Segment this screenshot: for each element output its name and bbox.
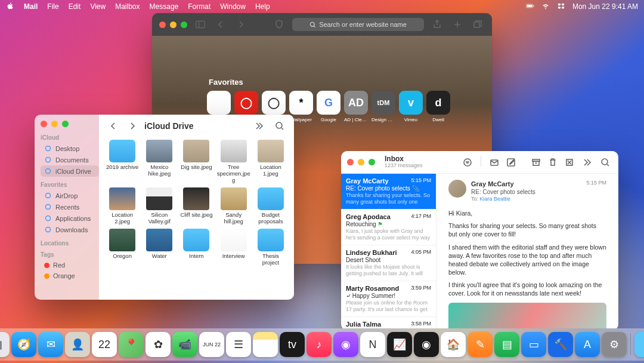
back-icon[interactable] — [213, 18, 228, 31]
reader-greeting: Hi Kiara, — [448, 209, 606, 217]
forward-icon[interactable] — [125, 119, 140, 133]
finder-window: iCloudDesktopDocumentsiCloud DriveFavori… — [35, 115, 294, 300]
wifi-icon[interactable] — [541, 2, 550, 12]
dock-reminders[interactable]: ☰ — [226, 332, 251, 357]
file-item[interactable]: Intern — [179, 229, 213, 266]
apple-icon[interactable] — [6, 2, 14, 12]
dock-voice-memos[interactable]: ◉ — [414, 332, 439, 357]
dock-downloads[interactable] — [634, 332, 644, 357]
menu-window[interactable]: Window — [220, 2, 246, 11]
dock-calendar[interactable]: 22 — [92, 332, 117, 357]
sidebar-item-applications[interactable]: Applications — [41, 213, 99, 224]
window-controls[interactable] — [347, 159, 375, 165]
dock-podcasts[interactable]: ◉ — [333, 332, 358, 357]
sidebar-item-desktop[interactable]: Desktop — [41, 143, 99, 154]
more-icon[interactable] — [253, 119, 268, 133]
dock-notes[interactable] — [253, 332, 278, 357]
menu-view[interactable]: View — [90, 2, 106, 11]
dock-music[interactable]: ♪ — [306, 332, 332, 357]
dock-contacts[interactable]: 👤 — [65, 332, 90, 357]
back-icon[interactable] — [106, 119, 120, 133]
search-icon[interactable] — [598, 156, 612, 169]
menu-format[interactable]: Format — [188, 2, 210, 11]
sidebar-item-orange[interactable]: Orange — [41, 270, 99, 281]
address-bar[interactable]: Search or enter website name — [292, 18, 424, 31]
file-item[interactable]: 2019 archive — [105, 140, 140, 184]
file-item[interactable]: Oregon — [105, 229, 140, 266]
file-item[interactable]: Location 2.jpeg — [105, 187, 140, 225]
more-icon[interactable] — [581, 156, 596, 169]
junk-icon[interactable] — [562, 156, 577, 169]
message-item[interactable]: Gray McCarty5:15 PMRE: Cover photo selec… — [341, 174, 436, 210]
dock-tv[interactable]: tv — [280, 332, 305, 357]
file-item[interactable]: Cliff site.jpeg — [179, 187, 213, 225]
dock-home[interactable]: 🏠 — [441, 332, 466, 357]
clock[interactable]: Mon Jun 22 9:41 AM — [572, 2, 638, 11]
new-tab-icon[interactable] — [450, 18, 465, 31]
message-item[interactable]: Lindsey Bukhari4:05 PMDesert ShootIt loo… — [341, 245, 436, 281]
dock-facetime[interactable]: 📹 — [172, 332, 197, 357]
battery-icon[interactable] — [526, 2, 534, 12]
sidebar-item-icloud-drive[interactable]: iCloud Drive — [41, 165, 99, 177]
archive-icon[interactable] — [529, 156, 543, 169]
dock-stocks[interactable]: 📈 — [387, 332, 412, 357]
mail-toolbar: Inbox 1237 messages — [341, 151, 618, 174]
sidebar-item-airdrop[interactable]: AirDrop — [41, 190, 99, 201]
sidebar-item-recents[interactable]: Recents — [41, 201, 99, 213]
file-item[interactable]: Budget proposals — [253, 187, 288, 225]
compose-icon[interactable] — [504, 156, 518, 169]
window-controls[interactable] — [41, 121, 99, 127]
message-item[interactable]: Greg Apodaca4:17 PMRetouching ⚑Kiara, I … — [341, 210, 436, 245]
sidebar-item-red[interactable]: Red — [41, 260, 99, 270]
sidebar-icon[interactable] — [193, 18, 208, 31]
dock-pages[interactable]: ✎ — [467, 332, 493, 357]
menu-message[interactable]: Message — [150, 2, 179, 11]
trash-icon[interactable] — [546, 156, 560, 169]
dock-numbers[interactable]: ▤ — [494, 332, 519, 357]
file-item[interactable]: Mexico hike.jpeg — [142, 140, 177, 184]
menu-edit[interactable]: Edit — [69, 2, 81, 11]
inbox-count: 1237 messages — [385, 163, 423, 169]
tabs-icon[interactable] — [470, 18, 485, 31]
forward-icon[interactable] — [234, 18, 248, 31]
dock-keynote[interactable]: ▭ — [521, 332, 546, 357]
file-item[interactable]: Location 1.jpeg — [253, 140, 288, 184]
favorite-google[interactable]: GGoogle — [317, 91, 340, 122]
dock-news[interactable]: N — [360, 332, 385, 357]
dock-system-preferences[interactable]: ⚙︎ — [602, 332, 627, 357]
dock-mail[interactable]: ✉︎ — [38, 332, 63, 357]
dock-maps[interactable]: 📍 — [119, 332, 144, 357]
sidebar-item-documents[interactable]: Documents — [41, 154, 99, 165]
dock-appstore[interactable]: A — [575, 332, 600, 357]
sidebar-item-downloads[interactable]: Downloads — [41, 224, 99, 235]
file-item[interactable]: Interview — [216, 229, 251, 266]
message-item[interactable]: Marty Rosamond3:59 PM⤶ Happy Summer!Plea… — [341, 281, 436, 317]
shield-icon[interactable] — [272, 18, 286, 31]
favorite-ad-clever[interactable]: ADAD | Clever — [344, 91, 368, 122]
menu-help[interactable]: Help — [255, 2, 270, 11]
favorite-design-museum[interactable]: tDMDesign Museum — [371, 91, 395, 122]
favorite-vimeo[interactable]: vVimeo — [399, 91, 423, 122]
file-item[interactable]: Dig site.jpeg — [179, 140, 213, 184]
dock-safari[interactable]: 🧭 — [11, 332, 36, 357]
menu-mailbox[interactable]: Mailbox — [115, 2, 140, 11]
app-name[interactable]: Mail — [24, 2, 38, 11]
file-item[interactable]: Silicon Valley.gif — [142, 187, 177, 225]
filter-icon[interactable] — [460, 156, 475, 169]
search-icon[interactable] — [273, 119, 287, 133]
reader-time: 5:15 PM — [586, 180, 606, 203]
dock-calendar2[interactable]: JUN 22 — [199, 332, 224, 357]
menu-file[interactable]: File — [47, 2, 58, 11]
file-item[interactable]: Water — [142, 229, 177, 266]
file-item[interactable]: Thesis project — [253, 229, 288, 266]
favorite-dwell[interactable]: dDwell — [426, 91, 450, 122]
envelope-icon[interactable] — [487, 156, 501, 169]
file-item[interactable]: Sandy hill.jpeg — [216, 187, 251, 225]
window-controls[interactable] — [159, 21, 187, 28]
dock-xcode[interactable]: 🔨 — [548, 332, 573, 357]
file-item[interactable]: Tree specimen.jpeg — [216, 140, 251, 184]
dock-photos[interactable]: ✿ — [145, 332, 171, 357]
share-icon[interactable] — [430, 18, 444, 31]
control-center-icon[interactable] — [557, 2, 565, 12]
dock-launchpad[interactable]: ▦ — [0, 332, 10, 357]
